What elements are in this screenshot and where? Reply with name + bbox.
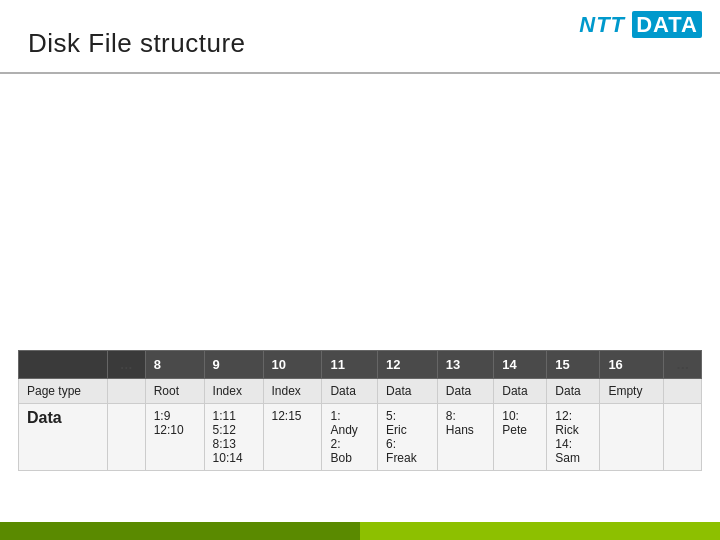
page-title: Disk File structure	[28, 28, 246, 59]
col-10-header: 10	[263, 351, 322, 379]
pt-col11: Data	[322, 379, 378, 404]
pt-col8: Root	[145, 379, 204, 404]
table-header-row: … 8 9 10 11 12 13 14 15 16 …	[19, 351, 702, 379]
pt-col15: Data	[547, 379, 600, 404]
ntt-logo: NTT DaTa	[579, 12, 702, 38]
col-label-header	[19, 351, 108, 379]
bottom-decoration	[0, 522, 720, 540]
deco-bar-left	[0, 522, 360, 540]
disk-structure-table: … 8 9 10 11 12 13 14 15 16 … Page type R…	[18, 350, 702, 471]
data-col12: 5: Eric 6: Freak	[378, 404, 438, 471]
data-col14: 10: Pete	[494, 404, 547, 471]
col-11-header: 11	[322, 351, 378, 379]
pt-col12: Data	[378, 379, 438, 404]
col-8-header: 8	[145, 351, 204, 379]
col-14-header: 14	[494, 351, 547, 379]
pt-ellipsis1	[108, 379, 146, 404]
pt-col9: Index	[204, 379, 263, 404]
col-ellipsis1-header: …	[108, 351, 146, 379]
col-ellipsis2-header: …	[664, 351, 702, 379]
pt-col13: Data	[437, 379, 493, 404]
data-row: Data 1:9 12:10 1:11 5:12 8:13 10:14 12:1…	[19, 404, 702, 471]
col-13-header: 13	[437, 351, 493, 379]
col-12-header: 12	[378, 351, 438, 379]
data-row-label: Data	[19, 404, 108, 471]
title-divider	[0, 72, 720, 74]
page-title-area: Disk File structure	[28, 28, 246, 59]
col-16-header: 16	[600, 351, 664, 379]
data-col16	[600, 404, 664, 471]
data-col13: 8: Hans	[437, 404, 493, 471]
pt-col16: Empty	[600, 379, 664, 404]
pt-col14: Data	[494, 379, 547, 404]
table-container: … 8 9 10 11 12 13 14 15 16 … Page type R…	[0, 350, 720, 471]
data-col10: 12:15	[263, 404, 322, 471]
pt-ellipsis2	[664, 379, 702, 404]
data-col15: 12: Rick 14: Sam	[547, 404, 600, 471]
pt-col10: Index	[263, 379, 322, 404]
page-type-row: Page type Root Index Index Data Data Dat…	[19, 379, 702, 404]
col-9-header: 9	[204, 351, 263, 379]
data-col9: 1:11 5:12 8:13 10:14	[204, 404, 263, 471]
page-type-label: Page type	[19, 379, 108, 404]
data-col8: 1:9 12:10	[145, 404, 204, 471]
data-ellipsis2	[664, 404, 702, 471]
data-ellipsis1	[108, 404, 146, 471]
deco-bar-right	[360, 522, 720, 540]
col-15-header: 15	[547, 351, 600, 379]
data-col11: 1: Andy 2: Bob	[322, 404, 378, 471]
